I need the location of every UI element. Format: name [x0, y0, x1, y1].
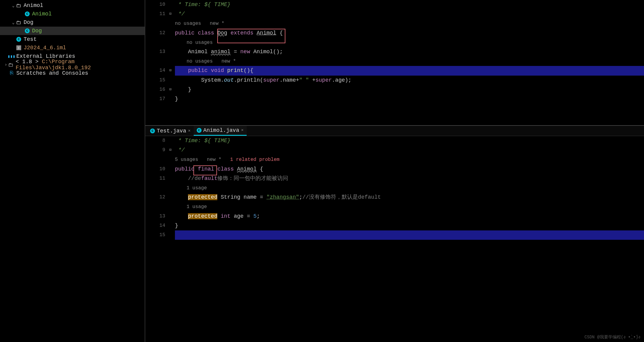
class-icon: C: [16, 37, 22, 42]
tree-item-c-program-files-java-jdk1-8-0-192[interactable]: ›🗀< 1.8 > C:\Program Files\Java\jdk1.8.0…: [0, 60, 145, 69]
line-number: [145, 19, 165, 28]
code-line[interactable]: * Time: ${ TIME}: [175, 136, 644, 145]
close-icon[interactable]: ×: [188, 129, 190, 133]
library-icon: ▮▮▮: [8, 54, 15, 59]
fold-handle: [168, 202, 173, 211]
code-line[interactable]: [175, 230, 644, 240]
code-line[interactable]: no usages new *: [175, 57, 644, 66]
fold-handle[interactable]: ⊟: [168, 66, 173, 75]
code-line[interactable]: public void print(){: [175, 66, 644, 75]
folder-icon: 🗀: [16, 2, 22, 9]
line-number: 14: [145, 66, 165, 75]
class-icon: C: [150, 129, 155, 133]
folder-icon: 🗀: [16, 19, 22, 26]
code-area-bottom[interactable]: 89101112131415 ⊟ * Time: ${ TIME} */5 us…: [145, 136, 644, 342]
tab-test-java[interactable]: CTest.java×: [147, 126, 194, 136]
code-top[interactable]: * Time: ${ TIME} */no usages new *public…: [173, 0, 644, 125]
code-line[interactable]: no usages new *: [175, 19, 644, 28]
line-number: 15: [145, 76, 165, 85]
tree-item-label: Dog: [24, 19, 33, 25]
code-line[interactable]: no usages: [175, 38, 644, 47]
fold-handle[interactable]: ⊟: [168, 9, 173, 19]
inlay-hint: no usages new *: [175, 59, 236, 64]
gutter-top: 1011121314151617: [145, 0, 168, 125]
chevron-icon[interactable]: ⌄: [11, 20, 16, 25]
code-line[interactable]: */: [175, 145, 644, 155]
line-number: [145, 183, 165, 193]
inlay-hint: 1 usage: [175, 204, 207, 210]
editor-tabs-bottom[interactable]: CTest.java×CAnimol.java×: [145, 126, 644, 136]
line-number: 9: [145, 145, 165, 155]
code-line[interactable]: 1 usage: [175, 202, 644, 211]
code-line[interactable]: public final class Animol {: [175, 164, 644, 174]
code-line[interactable]: System.out.println(super.name+" " +super…: [175, 76, 644, 85]
code-line[interactable]: */: [175, 9, 644, 19]
fold-handle[interactable]: ⊟: [168, 145, 173, 155]
fold-handle: [168, 57, 173, 66]
tab-label: Animol.java: [203, 127, 239, 133]
fold-handle: [168, 38, 173, 47]
code-line[interactable]: }: [175, 94, 644, 104]
tree-item-label: J2024_4_6.iml: [24, 45, 66, 51]
line-number: 14: [145, 221, 165, 230]
code-line[interactable]: //default修饰：同一包中的才能被访问: [175, 174, 644, 183]
chevron-icon[interactable]: ›: [4, 62, 8, 67]
line-number: 16: [145, 85, 165, 94]
fold-handle: [168, 136, 173, 145]
close-icon[interactable]: ×: [241, 128, 243, 133]
tree-item-dog[interactable]: ⌄🗀Dog: [0, 18, 145, 27]
line-number: [145, 202, 165, 211]
code-line[interactable]: protected int age = 5;: [175, 212, 644, 221]
code-line[interactable]: }: [175, 221, 644, 230]
iml-file-icon: ፲: [16, 45, 22, 50]
chevron-icon[interactable]: ⌄: [11, 3, 16, 8]
tree-item-label: Dog: [32, 28, 42, 34]
line-number: 11: [145, 9, 165, 19]
line-number: 10: [145, 164, 165, 174]
code-bottom[interactable]: * Time: ${ TIME} */5 usages new * 1 rela…: [173, 136, 644, 342]
fold-handle: [168, 183, 173, 193]
code-line[interactable]: Animol animol = new Animol();: [175, 47, 644, 57]
fold-handle: [168, 155, 173, 164]
tree-item-label: Animol: [24, 2, 43, 8]
tree-item-label: Animol: [32, 11, 52, 17]
line-number: 13: [145, 212, 165, 221]
tab-label: Test.java: [157, 128, 186, 134]
tree-item-label: External Libraries: [16, 53, 75, 59]
inlay-hint: 5 usages new * 1 related problem: [175, 157, 280, 162]
tree-item-animol[interactable]: CAnimol: [0, 10, 145, 18]
fold-gutter-bottom[interactable]: ⊟: [168, 136, 173, 342]
fold-handle[interactable]: ⊟: [168, 85, 173, 94]
code-area-top[interactable]: 1011121314151617 ⊟⊟⊟ * Time: ${ TIME} */…: [145, 0, 644, 125]
line-number: [145, 38, 165, 47]
class-icon: C: [24, 28, 30, 33]
tab-animol-java[interactable]: CAnimol.java×: [194, 126, 247, 136]
tree-item-label: Test: [24, 36, 37, 42]
code-line[interactable]: }: [175, 85, 644, 94]
line-number: 8: [145, 136, 165, 145]
line-number: 11: [145, 174, 165, 183]
fold-handle: [168, 212, 173, 221]
code-line[interactable]: public class Dog extends Animol {: [175, 28, 644, 38]
gutter-bottom: 89101112131415: [145, 136, 168, 342]
line-number: 17: [145, 94, 165, 104]
fold-handle: [168, 47, 173, 57]
line-number: [145, 155, 165, 164]
tree-item-dog[interactable]: CDog: [0, 27, 145, 35]
code-line[interactable]: * Time: ${ TIME}: [175, 0, 644, 9]
tree-item-test[interactable]: CTest: [0, 35, 145, 44]
project-tree[interactable]: ⌄🗀AnimolCAnimol⌄🗀DogCDogCTest፲J2024_4_6.…: [0, 1, 145, 77]
inlay-hint: no usages: [175, 40, 213, 45]
tree-item-label: < 1.8 > C:\Program Files\Java\jdk1.8.0_1…: [16, 59, 145, 71]
tree-item-j2024-4-6-iml[interactable]: ፲J2024_4_6.iml: [0, 44, 145, 52]
line-number: 15: [145, 230, 165, 240]
code-line[interactable]: protected String name = "zhangsan";//没有修…: [175, 193, 644, 202]
line-number: 12: [145, 193, 165, 202]
code-line[interactable]: 1 usage: [175, 183, 644, 193]
fold-handle: [168, 28, 173, 38]
code-line[interactable]: 5 usages new * 1 related problem: [175, 155, 644, 164]
fold-handle: [168, 193, 173, 202]
fold-gutter-top[interactable]: ⊟⊟⊟: [168, 0, 173, 125]
fold-handle: [168, 230, 173, 240]
tree-item-animol[interactable]: ⌄🗀Animol: [0, 1, 145, 10]
